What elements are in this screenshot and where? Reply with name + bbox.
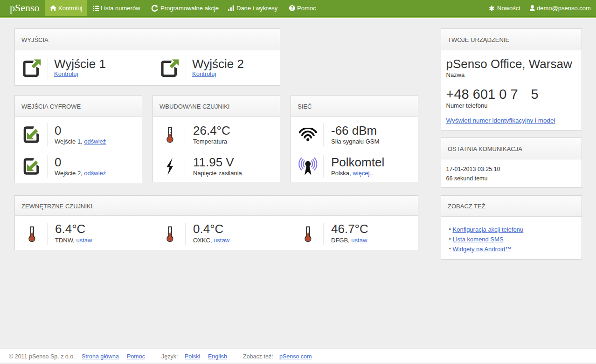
- svg-text:?: ?: [291, 6, 294, 11]
